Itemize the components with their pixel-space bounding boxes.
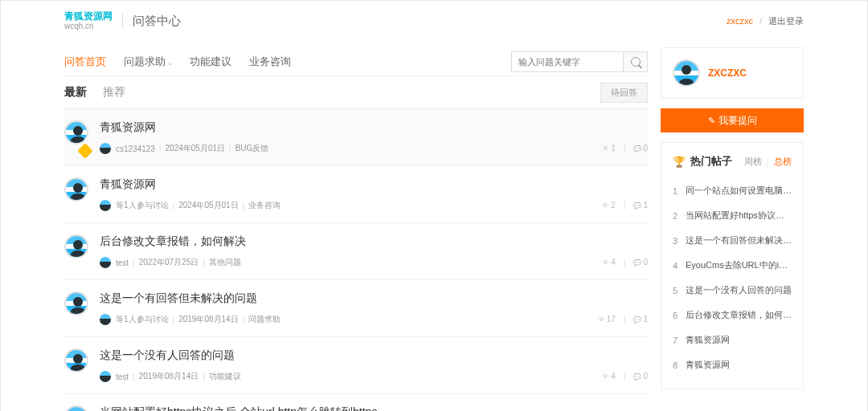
post-avatar[interactable]	[64, 291, 88, 315]
post-meta: test|2022年07月25日|其他问题	[100, 257, 602, 268]
hot-item[interactable]: 6后台修改文章报错，如何解决	[673, 303, 792, 328]
post-title[interactable]: 当网站配置好https协议之后 全站url http怎么跳转到https	[100, 405, 598, 411]
hot-item[interactable]: 3这是一个有回答但未解决的问题	[673, 228, 792, 253]
post-meta: test|2019年08月14日|功能建议	[100, 371, 602, 382]
hot-item[interactable]: 4EyouCms去除URL中的index.php	[673, 253, 792, 278]
hot-rank: 8	[673, 360, 686, 370]
meta-avatar-icon	[100, 143, 111, 154]
post-stats: 2|1	[602, 201, 648, 210]
logo-sub: wcqh.cn	[64, 22, 113, 31]
post-author[interactable]: 等1人参与讨论	[116, 314, 169, 325]
ask-button[interactable]: 我要提问	[661, 108, 804, 132]
post-title[interactable]: 这是一个没有人回答的问题	[100, 348, 602, 363]
post-stats: 17|1	[598, 315, 648, 324]
hot-item[interactable]: 2当网站配置好https协议之后 全站url h...	[673, 203, 792, 228]
post-title[interactable]: 后台修改文章报错，如何解决	[100, 234, 602, 249]
views-count: 2	[602, 201, 616, 210]
pending-button[interactable]: 待回答	[600, 83, 648, 103]
hot-item[interactable]: 5这是一个没有人回答的问题	[673, 278, 792, 303]
post-item: 这是一个没有人回答的问题test|2019年08月14日|功能建议4|0	[64, 337, 648, 394]
hot-link[interactable]: 后台修改文章报错，如何解决	[686, 309, 792, 321]
hot-link[interactable]: 同一个站点如何设置电脑端是www.XX...	[686, 185, 792, 197]
views-count: 17	[598, 315, 616, 324]
post-avatar[interactable]	[64, 120, 88, 144]
post-list: 青狐资源网cs1234123|2024年05月01日|BUG反馈1|0青狐资源网…	[64, 108, 648, 411]
hot-link[interactable]: 这是一个有回答但未解决的问题	[686, 234, 792, 246]
comments-count: 1	[633, 315, 648, 324]
hot-link[interactable]: 青狐资源网	[686, 334, 792, 346]
post-author[interactable]: test	[116, 372, 129, 381]
hot-link[interactable]: EyouCms去除URL中的index.php	[686, 259, 792, 271]
post-item: 这是一个有回答但未解决的问题等1人参与讨论|2019年08月14日|问题求助17…	[64, 280, 648, 337]
nav-business[interactable]: 业务咨询	[249, 55, 291, 69]
post-meta: 等1人参与讨论|2024年05月01日|业务咨询	[100, 200, 602, 211]
nav-help[interactable]: 问题求助	[124, 55, 172, 69]
post-avatar[interactable]	[64, 177, 88, 201]
hot-rank: 2	[673, 211, 686, 221]
post-author[interactable]: cs1234123	[116, 144, 155, 153]
user-card: ZXCZXC	[661, 47, 804, 99]
post-date: 2019年08月14日	[178, 314, 239, 325]
post-avatar[interactable]	[64, 405, 88, 411]
post-title[interactable]: 这是一个有回答但未解决的问题	[100, 291, 598, 306]
post-author[interactable]: 等1人参与讨论	[116, 200, 169, 211]
post-item: 后台修改文章报错，如何解决test|2022年07月25日|其他问题4|0	[64, 223, 648, 280]
post-date: 2024年05月01日	[166, 143, 226, 154]
views-count: 4	[602, 258, 616, 267]
hot-tab-total[interactable]: 总榜	[774, 156, 792, 168]
hot-list: 1同一个站点如何设置电脑端是www.XX...2当网站配置好https协议之后 …	[673, 178, 792, 377]
logo[interactable]: 青狐资源网 wcqh.cn	[64, 11, 113, 31]
search-icon	[631, 57, 641, 67]
avatar[interactable]	[673, 59, 700, 87]
meta-avatar-icon	[100, 257, 111, 268]
views-count: 4	[602, 372, 616, 380]
hot-title: 热门帖子	[690, 154, 744, 169]
post-item: 青狐资源网cs1234123|2024年05月01日|BUG反馈1|0	[64, 109, 648, 166]
meta-avatar-icon	[100, 314, 111, 325]
comments-count: 0	[633, 258, 648, 267]
hot-link[interactable]: 青狐资源网	[686, 359, 792, 371]
hot-link[interactable]: 这是一个没有人回答的问题	[686, 284, 792, 296]
sidebar-username[interactable]: ZXCZXC	[708, 67, 747, 79]
post-category[interactable]: BUG反馈	[235, 143, 269, 154]
post-avatar[interactable]	[64, 234, 88, 258]
comments-count: 0	[633, 372, 648, 380]
post-meta: cs1234123|2024年05月01日|BUG反馈	[100, 143, 602, 154]
tab-latest[interactable]: 最新	[64, 85, 87, 100]
divider	[122, 14, 123, 28]
nav-suggest[interactable]: 功能建议	[190, 55, 231, 69]
nav-home[interactable]: 问答首页	[64, 55, 106, 69]
pin-icon	[77, 143, 93, 159]
hot-item[interactable]: 8青狐资源网	[673, 352, 792, 377]
logo-title: 青狐资源网	[64, 11, 113, 22]
search-input[interactable]	[511, 51, 624, 72]
logout-link[interactable]: 退出登录	[768, 15, 804, 27]
post-item: 青狐资源网等1人参与讨论|2024年05月01日|业务咨询2|1	[64, 166, 648, 223]
header-sep: /	[760, 16, 762, 26]
hot-rank: 3	[673, 236, 686, 246]
post-meta: 等1人参与讨论|2019年08月14日|问题求助	[100, 314, 598, 325]
post-category[interactable]: 业务咨询	[248, 200, 280, 211]
post-title[interactable]: 青狐资源网	[100, 120, 602, 135]
tab-recommend[interactable]: 推荐	[103, 85, 125, 100]
nav-bar: 问答首页 问题求助 功能建议 业务咨询	[64, 47, 648, 76]
post-stats: 4|0	[602, 372, 648, 380]
header-username[interactable]: zxczxc	[727, 16, 753, 26]
hot-item[interactable]: 7青狐资源网	[673, 328, 792, 352]
trophy-icon: 🏆	[673, 156, 686, 168]
post-category[interactable]: 问题求助	[248, 314, 280, 325]
post-category[interactable]: 功能建议	[209, 371, 241, 382]
hot-item[interactable]: 1同一个站点如何设置电脑端是www.XX...	[673, 178, 792, 203]
post-title[interactable]: 青狐资源网	[100, 177, 602, 192]
post-date: 2019年08月14日	[139, 371, 199, 382]
hot-tab-week[interactable]: 周榜	[744, 156, 762, 168]
post-author[interactable]: test	[116, 258, 129, 267]
post-category[interactable]: 其他问题	[209, 257, 241, 268]
post-avatar[interactable]	[64, 348, 88, 372]
hot-rank: 7	[673, 336, 686, 345]
sort-tabs: 最新 推荐 待回答	[64, 76, 648, 108]
hot-link[interactable]: 当网站配置好https协议之后 全站url h...	[686, 210, 792, 222]
post-date: 2022年07月25日	[139, 257, 199, 268]
post-stats: 1|0	[602, 144, 648, 153]
search-button[interactable]	[624, 51, 648, 72]
